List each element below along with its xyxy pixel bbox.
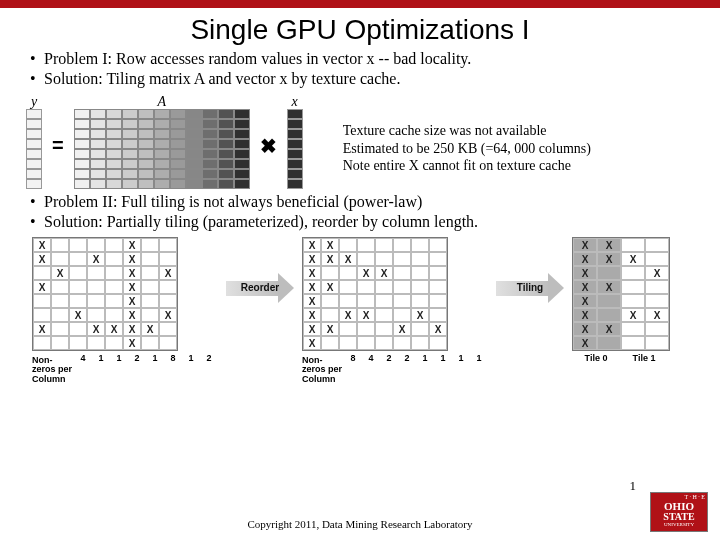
sparse-cell: X (87, 252, 105, 266)
sparse-cell (339, 322, 357, 336)
sparse-cell (339, 280, 357, 294)
slide-title: Single GPU Optimizations I (0, 14, 720, 46)
x-cell (287, 139, 303, 149)
times-sign: ✖ (260, 134, 277, 158)
x-cell (287, 129, 303, 139)
sparse-cell (429, 308, 447, 322)
sparse-cell: X (105, 322, 123, 336)
sparse-cell (621, 294, 645, 308)
sparse-cell (621, 238, 645, 252)
A-cell (234, 109, 250, 119)
sparse-cell (597, 294, 621, 308)
nz-value: 1 (146, 353, 164, 363)
A-cell (186, 119, 202, 129)
sparse-cell: X (621, 252, 645, 266)
A-cell (74, 169, 90, 179)
nz-label-left: Non-zeros per Column (32, 356, 74, 384)
sparse-cell (159, 294, 177, 308)
sparse-cell: X (393, 322, 411, 336)
sparse-cell (375, 308, 393, 322)
A-cell (74, 149, 90, 159)
sparse-cell (645, 336, 669, 350)
sparse-cell (51, 238, 69, 252)
tile-label: Tile 0 (572, 353, 620, 363)
x-cell (287, 179, 303, 189)
sparse-cell: X (33, 238, 51, 252)
sparse-cell (357, 294, 375, 308)
sparse-cell (375, 252, 393, 266)
x-cell (287, 159, 303, 169)
sparse-cell (411, 252, 429, 266)
note-line: Estimated to be 250 KB (=64, 000 columns… (343, 140, 591, 158)
sparse-cell: X (303, 238, 321, 252)
sparse-cell: X (597, 280, 621, 294)
matrix-A-label: A (74, 94, 250, 108)
sparse-cell: X (123, 294, 141, 308)
sparse-cell (87, 266, 105, 280)
sparse-cell: X (597, 252, 621, 266)
sparse-cell: X (621, 308, 645, 322)
sparse-cell (51, 280, 69, 294)
A-cell (122, 109, 138, 119)
nz-value: 1 (434, 353, 452, 363)
A-cell (90, 109, 106, 119)
sparse-cell: X (303, 294, 321, 308)
sparse-cell: X (573, 266, 597, 280)
sparse-cell (159, 336, 177, 350)
sparse-cell (321, 266, 339, 280)
matrix-A: A (74, 94, 250, 189)
bullet-text: Problem I: Row accesses random values in… (44, 50, 471, 67)
nz-value: 1 (416, 353, 434, 363)
nz-value: 1 (470, 353, 488, 363)
sparse-cell (375, 294, 393, 308)
x-cell (287, 109, 303, 119)
A-cell (106, 169, 122, 179)
sparse-cell: X (303, 252, 321, 266)
A-cell (234, 129, 250, 139)
sparse-cell (69, 252, 87, 266)
nz-values-right: 84221111 (344, 353, 488, 363)
sparse-cell (105, 238, 123, 252)
A-cell (74, 129, 90, 139)
arrow-label: Reorder (226, 282, 294, 293)
sparse-cell (621, 336, 645, 350)
y-cell (26, 149, 42, 159)
tile-label: Tile 1 (620, 353, 668, 363)
A-cell (122, 159, 138, 169)
nz-value: 1 (182, 353, 200, 363)
y-cell (26, 179, 42, 189)
sparse-cell (141, 336, 159, 350)
ohio-state-logo: T · H · E OHIO STATE UNIVERSITY (650, 492, 708, 532)
sparse-cell: X (159, 308, 177, 322)
sparse-cell (411, 336, 429, 350)
sparse-cell (429, 336, 447, 350)
vector-x: x (287, 94, 303, 189)
A-cell (154, 149, 170, 159)
sparse-cell: X (303, 322, 321, 336)
sparse-cell (375, 322, 393, 336)
A-cell (90, 139, 106, 149)
x-cell (287, 149, 303, 159)
nz-value: 2 (398, 353, 416, 363)
sparse-matrix-tile: XXXXXXXXXXXXXXXX Tile 0Tile 1 (572, 237, 670, 363)
note-line: Texture cache size was not available (343, 122, 591, 140)
arrow-tiling: Tiling (496, 273, 564, 303)
sparse-cell (159, 322, 177, 336)
sparse-cell: X (573, 280, 597, 294)
sparse-cell (597, 266, 621, 280)
A-cell (106, 119, 122, 129)
sparse-cell: X (573, 336, 597, 350)
sparse-cell (645, 280, 669, 294)
sparse-cell: X (597, 238, 621, 252)
sparse-cell (51, 308, 69, 322)
sparse-cell: X (573, 308, 597, 322)
A-cell (122, 129, 138, 139)
sparse-cell: X (339, 252, 357, 266)
nz-value: 1 (92, 353, 110, 363)
sparse-cell: X (573, 252, 597, 266)
sparse-cell (411, 322, 429, 336)
sparse-cell (69, 322, 87, 336)
sparse-cell: X (339, 308, 357, 322)
sparse-cell (105, 280, 123, 294)
A-cell (202, 179, 218, 189)
